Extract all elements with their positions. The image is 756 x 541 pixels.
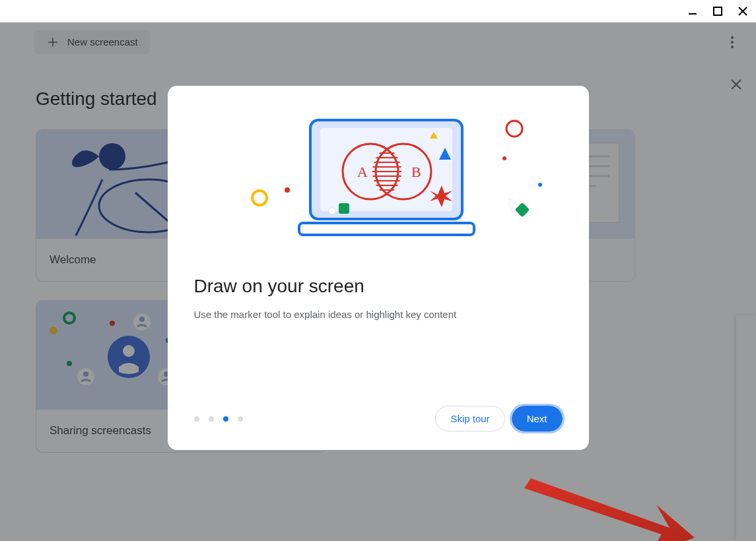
dialog-title: Draw on your screen (194, 276, 563, 297)
skip-tour-button[interactable]: Skip tour (435, 406, 504, 431)
venn-label-a: A (357, 164, 368, 180)
step-dot (238, 416, 243, 422)
step-dot (209, 416, 214, 422)
step-dot-active (223, 416, 228, 422)
svg-point-56 (538, 183, 542, 187)
maximize-icon[interactable] (711, 5, 724, 18)
svg-point-51 (329, 208, 335, 214)
onboarding-dialog: A B Draw on your screen Use the marker t… (168, 86, 589, 450)
svg-point-48 (252, 191, 267, 205)
svg-rect-1 (714, 7, 722, 15)
minimize-icon[interactable] (686, 5, 699, 18)
window-titlebar (0, 0, 756, 22)
svg-rect-32 (320, 128, 452, 211)
close-window-icon[interactable] (736, 5, 749, 18)
step-indicator (194, 416, 243, 422)
step-dot (194, 416, 199, 422)
svg-rect-52 (339, 203, 349, 214)
dialog-footer: Skip tour Next (194, 406, 563, 431)
svg-point-50 (502, 156, 506, 160)
next-button[interactable]: Next (512, 406, 563, 431)
svg-point-47 (506, 121, 522, 137)
venn-label-b: B (411, 164, 421, 180)
modal-scrim: A B Draw on your screen Use the marker t… (0, 22, 756, 541)
dialog-body: Use the marker tool to explain ideas or … (194, 309, 563, 320)
svg-point-49 (285, 187, 290, 193)
dialog-illustration: A B (194, 112, 563, 251)
svg-rect-33 (299, 223, 474, 235)
annotation-arrow (518, 465, 703, 541)
